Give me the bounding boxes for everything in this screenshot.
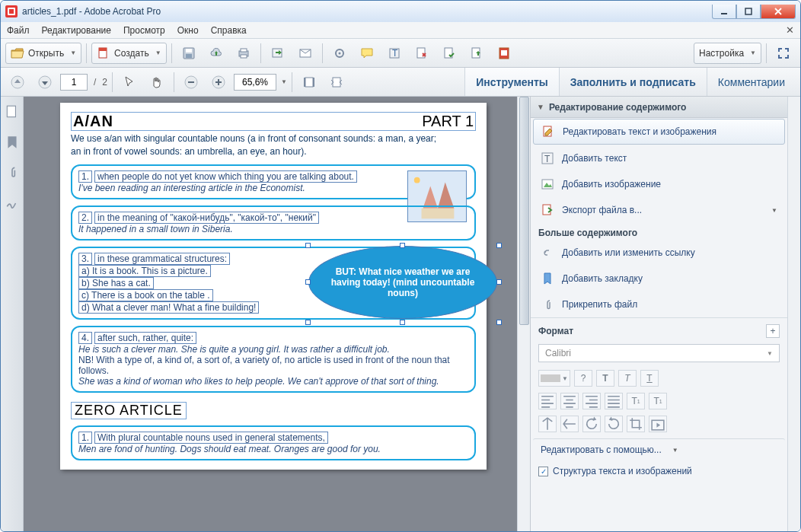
option-6-button[interactable] — [464, 43, 489, 64]
pane-scrollbar[interactable] — [787, 97, 800, 531]
color-picker-button[interactable]: ▼ — [538, 370, 570, 387]
fullscreen-button[interactable] — [771, 43, 796, 64]
replace-button[interactable] — [649, 416, 667, 432]
pane-section-format: Формат — [538, 326, 573, 336]
main-toolbar: Открыть ▼ Создать ▼ T Настройка▼ — [1, 39, 800, 68]
text-tool-icon: T — [388, 46, 401, 60]
selection-handle[interactable] — [400, 243, 405, 248]
option-4-button[interactable] — [410, 43, 434, 64]
option-2-button[interactable] — [355, 43, 379, 64]
flip-v-button[interactable] — [538, 416, 557, 432]
attachments-icon[interactable] — [5, 165, 20, 180]
page-down-button[interactable] — [33, 72, 57, 93]
checkbox-checked-icon[interactable]: ✓ — [538, 467, 548, 476]
open-button[interactable]: Открыть ▼ — [5, 43, 81, 64]
selection-handle[interactable] — [496, 279, 502, 285]
align-left-button[interactable] — [538, 393, 557, 409]
pane-item-add-text[interactable]: T Добавить текст — [533, 146, 785, 170]
menu-view[interactable]: Просмотр — [123, 25, 165, 36]
page-up-button[interactable] — [5, 72, 30, 93]
svg-rect-43 — [543, 205, 550, 215]
document-viewport[interactable]: A/AN PART 1 We use a/an with singular co… — [24, 97, 530, 531]
menu-window[interactable]: Окно — [177, 25, 199, 36]
format-expand-button[interactable]: + — [766, 324, 780, 338]
selection-handle[interactable] — [305, 320, 311, 325]
share-button[interactable] — [266, 43, 290, 64]
tab-fill-sign[interactable]: Заполнить и подписать — [559, 68, 707, 96]
zoom-in-button[interactable] — [206, 72, 231, 93]
selection-handle[interactable] — [305, 279, 311, 285]
pane-item-link[interactable]: Добавить или изменить ссылку — [533, 241, 785, 265]
create-button[interactable]: Создать ▼ — [91, 43, 167, 64]
pane-item-attach[interactable]: Прикрепить файл — [533, 292, 785, 317]
pane-item-export[interactable]: Экспорт файла в... ▼ — [533, 198, 785, 222]
tab-tools[interactable]: Инструменты — [464, 68, 559, 96]
customize-button[interactable]: Настройка▼ — [694, 43, 761, 64]
pane-header[interactable]: ▼Редактирование содержимого — [531, 97, 787, 118]
rotate-cw-button[interactable] — [605, 416, 623, 432]
page-number-input[interactable]: 1 — [60, 74, 88, 91]
pane-item-bookmark[interactable]: Добавить закладку — [533, 266, 785, 291]
edit-with-dropdown[interactable]: Редактировать с помощью... ▼ — [533, 438, 785, 460]
cursor-icon — [123, 75, 136, 89]
minimize-button[interactable] — [712, 5, 736, 19]
selection-handle[interactable] — [496, 243, 502, 248]
selection-handle[interactable] — [400, 320, 405, 325]
align-right-button[interactable] — [582, 393, 601, 409]
chevron-down-icon: ▼ — [70, 49, 76, 56]
print-button[interactable] — [231, 43, 256, 64]
document-scrollbar[interactable] — [517, 97, 530, 531]
bold-button[interactable]: T — [596, 370, 614, 387]
superscript-button[interactable]: T1 — [627, 393, 645, 409]
maximize-button[interactable] — [736, 5, 761, 19]
tab-comments[interactable]: Комментарии — [707, 68, 796, 96]
menu-help[interactable]: Справка — [211, 25, 247, 36]
option-3-button[interactable]: T — [382, 43, 407, 64]
crop-button[interactable] — [627, 416, 645, 432]
cloud-button[interactable] — [204, 43, 228, 64]
menubar-close-icon[interactable]: ✕ — [783, 24, 796, 35]
font-size-button[interactable]: ? — [574, 370, 592, 387]
fit-width-button[interactable] — [297, 72, 321, 93]
subscript-button[interactable]: T1 — [649, 393, 667, 409]
right-pane: ▼Редактирование содержимого Редактироват… — [530, 97, 800, 531]
fit-page-button[interactable] — [324, 72, 349, 93]
signatures-icon[interactable] — [5, 196, 20, 211]
flip-h-button[interactable] — [560, 416, 579, 432]
scrollbar-thumb[interactable] — [519, 97, 529, 325]
chevron-down-icon[interactable]: ▼ — [281, 78, 287, 85]
thumbnails-icon[interactable] — [5, 104, 20, 119]
save-icon — [182, 46, 196, 60]
svg-text:T: T — [544, 154, 550, 164]
rotate-ccw-button[interactable] — [582, 416, 601, 432]
zoom-input[interactable]: 65,6% — [234, 74, 276, 91]
close-button[interactable] — [761, 5, 796, 19]
select-tool-button[interactable] — [117, 72, 142, 93]
svg-rect-27 — [218, 79, 219, 85]
option-1-button[interactable] — [327, 43, 352, 64]
font-select[interactable]: Calibri▼ — [538, 344, 780, 362]
arrow-down-icon — [38, 75, 52, 89]
zoom-out-button[interactable] — [179, 72, 203, 93]
option-7-button[interactable] — [492, 43, 516, 64]
option-5-button[interactable] — [437, 43, 461, 64]
heading-aan: A/AN — [73, 113, 113, 130]
hand-tool-button[interactable] — [145, 72, 169, 93]
align-center-button[interactable] — [560, 393, 579, 409]
selection-handle[interactable] — [305, 243, 311, 248]
edit-icon — [541, 125, 555, 139]
selection-handle[interactable] — [496, 320, 502, 325]
save-button[interactable] — [177, 43, 201, 64]
bookmarks-icon[interactable] — [5, 135, 20, 150]
page-separator: / — [94, 77, 96, 88]
italic-button[interactable]: T — [618, 370, 637, 387]
selected-ellipse-object[interactable]: BUT: What nice weather we are having tod… — [308, 246, 499, 322]
menu-edit[interactable]: Редактирование — [42, 25, 111, 36]
underline-button[interactable]: T — [640, 370, 659, 387]
pane-item-add-image[interactable]: Добавить изображение — [533, 172, 785, 196]
structure-checkbox-row[interactable]: ✓ Структура текста и изображений — [531, 461, 787, 481]
menu-file[interactable]: Файл — [7, 25, 30, 36]
align-justify-button[interactable] — [605, 393, 623, 409]
email-button[interactable] — [293, 43, 318, 64]
pane-item-edit-text-image[interactable]: Редактировать текст и изображения — [533, 119, 785, 145]
